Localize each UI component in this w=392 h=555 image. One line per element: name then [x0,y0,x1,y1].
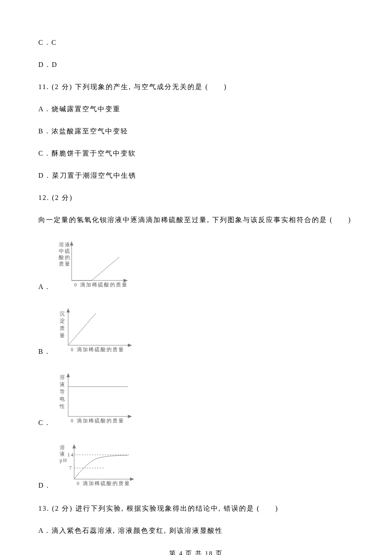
chart-b-xlabel: 滴加稀硫酸的质量 [77,347,124,353]
chart-d-tick-14: 14 [67,452,74,458]
chart-b-ylabel-4: 量 [60,332,66,338]
chart-c-xlabel: 滴加稀硫酸的质量 [77,418,124,424]
q11-option-d: D . 菜刀置于潮湿空气中生锈 [38,171,354,181]
chart-b-ylabel-2: 淀 [60,318,66,324]
q12-chart-a: 溶液 中硫 酸的 质量 0 滴加稀硫酸的质量 [55,238,132,292]
q12-option-d-label: D . [38,480,55,491]
chart-c-ylabel-1: 溶 [60,374,66,380]
chart-d-ylabel-2: 液 [60,451,66,457]
q12-option-b-row: B . 沉 淀 质 量 0 滴加稀硫酸的质量 [38,305,354,357]
chart-d-ylabel-3: pH [60,457,68,463]
svg-marker-13 [72,444,76,448]
svg-marker-15 [130,477,134,481]
chart-b-zero: 0 [71,347,74,353]
chart-a-xlabel: 滴加稀硫酸的质量 [80,282,128,288]
chart-b-svg: 沉 淀 质 量 0 滴加稀硫酸的质量 [55,305,136,354]
chart-c-ylabel-2: 液 [60,382,66,387]
q12-option-d-row: D . 溶 液 pH 14 7 0 滴加稀硫酸的质量 [38,441,354,491]
q12-option-a-row: A . 溶液 中硫 酸的 质量 0 滴加稀硫酸的质量 [38,238,354,292]
chart-d-tick-7: 7 [69,465,72,471]
chart-b-ylabel-1: 沉 [60,311,66,317]
q12-option-c-row: C . 溶 液 导 电 性 0 滴加稀硫酸的质量 [38,370,354,428]
q11-option-a: A . 烧碱露置空气中变重 [38,104,354,114]
q11-stem: 11. (2 分) 下列现象的产生, 与空气成分无关的是 ( ) [38,82,354,92]
q13-option-a: A . 滴入紫色石蕊溶液, 溶液颜色变红, 则该溶液显酸性 [38,526,354,536]
page-footer: 第 4 页 共 18 页 [38,549,354,555]
chart-a-ylabel-2: 中硫 [59,248,71,254]
page-content: C . C D . D 11. (2 分) 下列现象的产生, 与空气成分无关的是… [0,0,392,555]
chart-c-zero: 0 [71,418,74,424]
chart-a-svg: 溶液 中硫 酸的 质量 0 滴加稀硫酸的质量 [55,238,132,289]
q12-number: 12. (2 分) [38,193,354,203]
q12-chart-d: 溶 液 pH 14 7 0 滴加稀硫酸的质量 [55,441,141,491]
chart-d-ylabel-1: 溶 [60,445,66,451]
chart-d-svg: 溶 液 pH 14 7 0 滴加稀硫酸的质量 [55,441,141,488]
chart-c-svg: 溶 液 导 电 性 0 滴加稀硫酸的质量 [55,370,136,425]
svg-marker-5 [66,308,70,312]
svg-marker-9 [66,373,70,377]
prev-option-d: D . D [38,60,354,70]
q12-chart-b: 沉 淀 质 量 0 滴加稀硫酸的质量 [55,305,136,357]
q13-stem: 13. (2 分) 进行下列实验, 根据实验现象得出的结论中, 错误的是 ( ) [38,503,354,514]
chart-b-ylabel-3: 质 [60,325,66,331]
q12-option-b-label: B . [38,347,55,357]
chart-a-ylabel-4: 质量 [59,261,71,267]
q12-chart-c: 溶 液 导 电 性 0 滴加稀硫酸的质量 [55,370,136,428]
svg-marker-11 [128,415,132,418]
chart-d-zero: 0 [77,480,80,486]
chart-c-ylabel-3: 导 [60,389,66,395]
chart-a-ylabel-3: 酸的 [59,254,71,260]
q12-option-c-label: C . [38,418,55,428]
chart-a-zero: 0 [74,282,78,288]
q12-stem: 向一定量的氢氧化钡溶液中逐滴滴加稀硫酸至过量, 下列图象与该反应事实相符合的是 … [38,215,354,225]
prev-option-c: C . C [38,38,354,48]
q11-option-b: B . 浓盐酸露至空气中变轻 [38,126,354,136]
chart-c-ylabel-4: 电 [60,396,66,402]
svg-marker-7 [128,344,132,347]
chart-c-ylabel-5: 性 [59,403,66,409]
chart-a-ylabel-1: 溶液 [59,242,71,248]
q11-option-c: C . 酥脆饼干置于空气中变软 [38,148,354,159]
chart-d-xlabel: 滴加稀硫酸的质量 [83,480,130,486]
q12-option-a-label: A . [38,282,55,292]
